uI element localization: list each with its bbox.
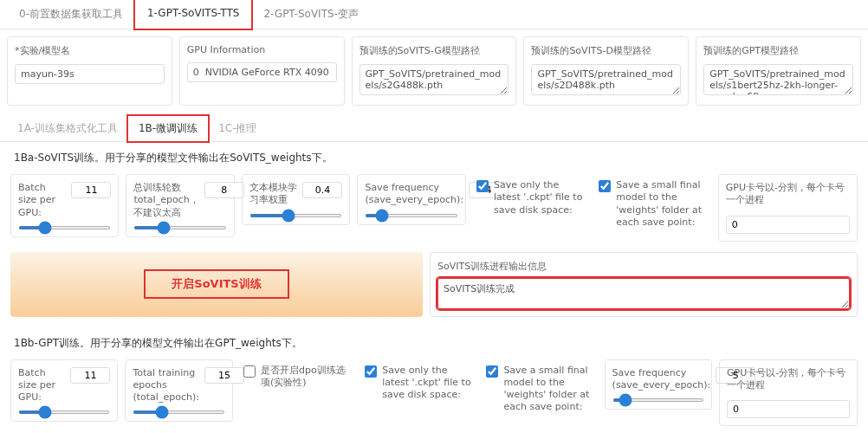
sub-tabs: 1A-训练集格式化工具 1B-微调训练 1C-推理 [0,116,868,142]
sovits-epoch-slider[interactable] [133,226,226,229]
exp-name-label: *实验/模型名 [15,44,165,57]
sovits-batch-slider[interactable] [18,226,111,229]
gpt-batch-slider[interactable] [18,410,110,414]
gpt-epoch-slider[interactable] [133,410,224,414]
sovits-latest-label: Save only the latest '.ckpt' file to sav… [494,179,585,216]
exp-name-input[interactable] [15,64,165,84]
gpt-dpo-label: 是否开启dpo训练选项(实验性) [261,365,351,390]
gpt-epoch-label: Total training epochs (total_epoch): [133,367,198,404]
gpt-small-label: Save a small final model to the 'weights… [503,365,593,414]
sovits-train-wrap: 开启SoVITS训练 [10,252,423,317]
gpu-info-label: GPU Information [187,44,337,55]
sovits-small-checkbox[interactable] [599,180,611,192]
subtab-infer[interactable]: 1C-推理 [208,116,267,141]
gpu-info-input[interactable] [187,62,337,82]
gpt-path-input[interactable] [703,64,853,95]
gpt-path-label: 预训练的GPT模型路径 [703,44,853,57]
sovits-text-slider[interactable] [249,214,342,217]
tab-tts[interactable]: 1-GPT-SoVITS-TTS [135,0,251,29]
sovits-gpu-input[interactable] [726,216,850,234]
top-fields: *实验/模型名 GPU Information 预训练的SoVITS-G模型路径… [0,29,868,113]
sovits-epoch-label: 总训练轮数total_epoch，不建议太高 [133,182,198,219]
gpt-latest-checkbox[interactable] [365,365,377,378]
gpt-gpu-input[interactable] [727,400,850,418]
subtab-format[interactable]: 1A-训练集格式化工具 [7,116,128,141]
gpt-batch-label: Batch size per GPU: [18,367,65,404]
sovits-save-label: Save frequency (save_every_epoch): [365,182,463,207]
subtab-finetune[interactable]: 1B-微调训练 [128,116,208,141]
sovits-out-label: SoVITS训练进程输出信息 [437,260,850,273]
tab-preproc[interactable]: 0-前置数据集获取工具 [7,0,135,29]
sovits-batch-input[interactable] [71,182,111,198]
sovits-latest-checkbox[interactable] [476,180,489,192]
gpt-save-slider[interactable] [612,398,704,402]
gpt-small-checkbox[interactable] [486,365,498,378]
gpt-save-label: Save frequency (save_every_epoch): [612,367,711,392]
sovits-d-label: 预训练的SoVITS-D模型路径 [531,44,681,57]
sovits-batch-label: Batch size per GPU: [18,182,66,219]
sovits-section-title: 1Ba-SoVITS训练。用于分享的模型文件输出在SoVITS_weights下… [0,142,868,174]
gpt-gpu-label: GPU卡号以-分割，每个卡号一个进程 [727,367,850,392]
sovits-train-button[interactable]: 开启SoVITS训练 [144,269,288,299]
sovits-small-label: Save a small final model to the 'weights… [616,179,707,229]
gpt-dpo-checkbox[interactable] [243,365,256,378]
sovits-epoch-input[interactable] [204,182,244,198]
gpt-epoch-input[interactable] [204,367,244,384]
gpt-latest-label: Save only the latest '.ckpt' file to sav… [382,365,472,402]
main-tabs: 0-前置数据集获取工具 1-GPT-SoVITS-TTS 2-GPT-SoVIT… [0,0,868,29]
tab-voicechange[interactable]: 2-GPT-SoVITS-变声 [251,0,370,29]
sovits-text-input[interactable] [302,182,342,198]
sovits-g-label: 预训练的SoVITS-G模型路径 [360,44,509,57]
sovits-d-input[interactable] [531,64,681,95]
gpt-batch-input[interactable] [70,367,110,384]
sovits-out-area[interactable] [437,278,850,309]
sovits-g-input[interactable] [360,64,509,95]
sovits-gpu-label: GPU卡号以-分割，每个卡号一个进程 [726,182,850,207]
sovits-text-label: 文本模块学习率权重 [249,182,297,207]
gpt-section-title: 1Bb-GPT训练。用于分享的模型文件输出在GPT_weights下。 [0,327,868,359]
sovits-save-slider[interactable] [365,214,457,217]
